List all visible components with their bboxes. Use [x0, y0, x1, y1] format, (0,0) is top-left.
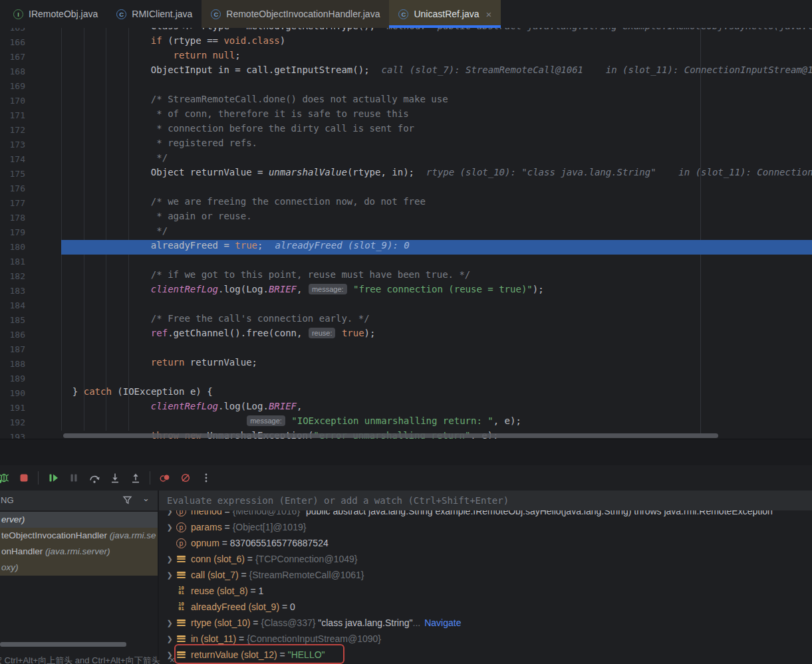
code-line-180[interactable]: alreadyFreed = true;alreadyFreed (slot_9…: [61, 240, 812, 255]
expand-chevron-icon[interactable]: ❯: [164, 635, 175, 643]
code-token: * registered refs.: [61, 138, 257, 148]
stack-frame-row[interactable]: onHandler (java.rmi.server): [0, 544, 158, 560]
mute-breakpoints-icon[interactable]: [176, 469, 194, 487]
code-line-171[interactable]: * of conn, therefore it is safe to reuse…: [61, 108, 812, 123]
tab-label: IRemoteObj.java: [29, 9, 98, 19]
tab-IRemoteObj.java[interactable]: IIRemoteObj.java: [4, 0, 107, 28]
variable-row-rtype[interactable]: ❯rtype (slot_10) = {Class@337} "class ja…: [159, 615, 812, 631]
code-token: ,: [297, 284, 308, 294]
variable-row-returnValue[interactable]: ❯returnValue (slot_12) = "HELLO": [159, 647, 812, 663]
code-token: void: [223, 35, 246, 46]
expand-chevron-icon[interactable]: ❯: [164, 571, 175, 580]
variable-row-reuse[interactable]: 1001reuse (slot_8) = 1: [159, 583, 812, 599]
stack-frame-row[interactable]: oxy): [0, 560, 158, 576]
stack-frame-row[interactable]: erver): [0, 512, 158, 528]
step-out-icon[interactable]: [126, 469, 144, 487]
view-breakpoints-icon[interactable]: [156, 469, 174, 487]
expand-chevron-icon[interactable]: ❯: [164, 523, 175, 532]
prim-icon: 1001: [175, 586, 188, 596]
variable-row-alreadyFreed[interactable]: 1001alreadyFreed (slot_9) = 0: [159, 599, 812, 615]
code-line-184[interactable]: [61, 298, 812, 313]
tab-RMIClient.java[interactable]: CRMIClient.java: [107, 0, 202, 28]
tab-RemoteObjectInvocationHandler.java[interactable]: CRemoteObjectInvocationHandler.java: [202, 0, 389, 28]
code-line-183[interactable]: clientRefLog.log(Log.BRIEF, message: "fr…: [61, 284, 812, 298]
code-line-168[interactable]: ObjectInput in = call.getInputStream();c…: [61, 64, 812, 79]
line-number: 167: [0, 50, 25, 64]
code-token: ;: [235, 50, 240, 60]
code-token: unmarshalValue: [269, 167, 347, 177]
code-line-186[interactable]: ref.getChannel().free(conn, reuse: true)…: [61, 328, 812, 342]
variable-row-call[interactable]: ❯call (slot_7) = {StreamRemoteCall@1061}: [159, 567, 812, 583]
stop-icon[interactable]: [15, 469, 33, 487]
resume-icon[interactable]: [44, 469, 62, 487]
code-token: if: [151, 35, 162, 46]
param-icon: p: [175, 522, 188, 532]
step-over-icon[interactable]: [85, 469, 103, 487]
expand-chevron-icon[interactable]: ❯: [164, 555, 175, 564]
code-line-182[interactable]: /* if we got to this point, reuse must h…: [61, 269, 812, 284]
expand-chevron-icon[interactable]: ❯: [164, 619, 175, 627]
code-line-179[interactable]: */: [61, 225, 812, 240]
line-number: 181: [0, 255, 25, 269]
code-line-187[interactable]: [61, 342, 812, 357]
frame-package-name: (java.rmi.se: [110, 530, 156, 540]
evaluate-expression-input[interactable]: Evaluate expression (Enter) or add a wat…: [159, 491, 812, 510]
stack-frame-row[interactable]: teObjectInvocationHandler (java.rmi.se: [0, 528, 158, 544]
variable-name: in (slot_11): [191, 633, 236, 644]
chevron-down-icon[interactable]: ⌄: [142, 493, 150, 503]
code-line-173[interactable]: * registered refs.: [61, 138, 812, 152]
variable-row-params[interactable]: ❯pparams = {Object[1]@1019}: [159, 519, 812, 535]
code-token: );: [364, 328, 376, 338]
parameter-icon: p: [176, 522, 186, 532]
code-token: [61, 50, 174, 60]
code-line-181[interactable]: [61, 255, 812, 269]
toolbar-separator: [150, 471, 150, 485]
variable-row-opnum[interactable]: popnum = 8370655165776887524: [159, 535, 812, 551]
code-line-174[interactable]: */: [61, 152, 812, 167]
code-token: [61, 35, 151, 46]
code-token: .getChannel().free(conn,: [168, 328, 308, 338]
editor-horizontal-scrollbar[interactable]: [63, 433, 718, 438]
variable-icon: [177, 635, 186, 643]
variable-row-conn[interactable]: ❯conn (slot_6) = {TCPConnection@1049}: [159, 551, 812, 567]
threads-dropdown[interactable]: NG ⌄: [0, 491, 158, 510]
code-line-190[interactable]: } catch (IOException e) {: [61, 386, 812, 401]
code-token: /* Free the call's connection early. */: [61, 313, 370, 324]
primitive-icon: 1001: [178, 586, 184, 596]
code-line-189[interactable]: [61, 372, 812, 386]
code-token: [61, 401, 151, 411]
code-token: .log(Log.: [218, 284, 269, 294]
code-editor[interactable]: 165 Class<?> rtype = method.getReturnTyp…: [0, 0, 812, 439]
frames-horizontal-scrollbar[interactable]: [0, 642, 126, 647]
more-icon[interactable]: [197, 469, 215, 487]
prim-icon: 1001: [175, 602, 188, 611]
step-into-icon[interactable]: [106, 469, 124, 487]
code-line-188[interactable]: return returnValue;: [61, 357, 812, 372]
tab-close-icon[interactable]: ×: [486, 9, 492, 20]
code-line-185[interactable]: /* Free the call's connection early. */: [61, 313, 812, 328]
pause-icon[interactable]: [65, 469, 82, 487]
code-line-192[interactable]: message: "IOException unmarshalling retu…: [61, 415, 812, 430]
code-line-167[interactable]: return null;: [61, 50, 812, 64]
navigate-link[interactable]: Navigate: [424, 617, 461, 628]
line-number: 166: [0, 35, 25, 50]
line-number: 187: [0, 342, 25, 357]
code-line-172[interactable]: * connection before the dirty call is se…: [61, 123, 812, 138]
code-line-176[interactable]: [61, 181, 812, 196]
code-line-170[interactable]: /* StreamRemoteCall.done() does not actu…: [61, 94, 812, 108]
code-line-166[interactable]: if (rtype == void.class): [61, 35, 812, 50]
code-line-191[interactable]: clientRefLog.log(Log.BRIEF,: [61, 401, 812, 415]
code-line-169[interactable]: [61, 79, 812, 94]
close-hint-icon[interactable]: ×: [170, 655, 175, 664]
tab-UnicastRef.java[interactable]: CUnicastRef.java×: [389, 0, 501, 28]
code-line-175[interactable]: Object returnValue = unmarshalValue(rtyp…: [61, 167, 812, 181]
var-icon: [175, 555, 188, 564]
code-line-177[interactable]: /* we are freeing the connection now, do…: [61, 196, 812, 211]
rerun-debugger-icon[interactable]: [0, 469, 12, 487]
tab-label: RMIClient.java: [132, 9, 192, 19]
code-token: Object returnValue =: [61, 167, 269, 177]
filter-icon[interactable]: [122, 495, 133, 508]
var-icon: [175, 635, 188, 643]
code-line-178[interactable]: * again or reuse.: [61, 211, 812, 225]
variable-row-in[interactable]: ❯in (slot_11) = {ConnectionInputStream@1…: [159, 631, 812, 647]
